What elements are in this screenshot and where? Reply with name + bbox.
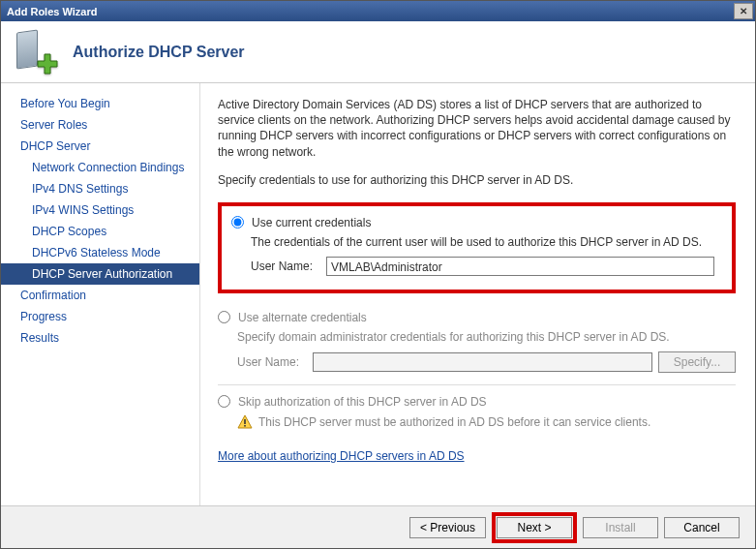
use-alternate-creds-radio[interactable] bbox=[218, 311, 230, 323]
cancel-button[interactable]: Cancel bbox=[664, 517, 740, 538]
window-title: Add Roles Wizard bbox=[7, 6, 97, 17]
use-current-creds-radio[interactable] bbox=[231, 216, 244, 229]
more-about-link[interactable]: More about authorizing DHCP servers in A… bbox=[218, 449, 465, 463]
sidebar-item-ipv4-dns-settings[interactable]: IPv4 DNS Settings bbox=[1, 178, 199, 199]
current-username-label: User Name: bbox=[251, 259, 326, 273]
header: Authorize DHCP Server bbox=[1, 21, 755, 83]
skip-authorization-label: Skip authorization of this DHCP server i… bbox=[238, 395, 487, 409]
instruction-text: Specify credentials to use for authorizi… bbox=[218, 173, 736, 187]
next-button[interactable]: Next > bbox=[497, 517, 572, 538]
sidebar-item-progress[interactable]: Progress bbox=[1, 306, 199, 327]
svg-rect-0 bbox=[244, 419, 246, 424]
current-username-field: VMLAB\Administrator bbox=[326, 257, 714, 276]
sidebar-nav: Before You BeginServer RolesDHCP ServerN… bbox=[1, 83, 200, 505]
use-current-creds-label: Use current credentials bbox=[252, 216, 371, 229]
skip-authorization-radio[interactable] bbox=[218, 395, 230, 408]
current-creds-highlight: Use current credentials The credentials … bbox=[218, 202, 736, 293]
current-creds-desc: The credentials of the current user will… bbox=[251, 235, 720, 249]
footer: < Previous Next > Install Cancel bbox=[1, 505, 755, 548]
sidebar-item-dhcp-scopes[interactable]: DHCP Scopes bbox=[1, 221, 199, 242]
titlebar: Add Roles Wizard ✕ bbox=[1, 1, 755, 21]
alternate-creds-desc: Specify domain administrator credentials… bbox=[237, 330, 736, 344]
page-title: Authorize DHCP Server bbox=[73, 44, 245, 61]
svg-rect-1 bbox=[244, 425, 246, 427]
sidebar-item-ipv4-wins-settings[interactable]: IPv4 WINS Settings bbox=[1, 199, 199, 221]
warning-icon bbox=[237, 414, 253, 430]
sidebar-item-network-connection-bindings[interactable]: Network Connection Bindings bbox=[1, 157, 199, 178]
install-button[interactable]: Install bbox=[583, 517, 658, 538]
use-alternate-creds-label: Use alternate credentials bbox=[238, 311, 367, 324]
next-highlight: Next > bbox=[492, 512, 577, 543]
sidebar-item-before-you-begin[interactable]: Before You Begin bbox=[1, 93, 199, 114]
sidebar-item-dhcp-server-authorization[interactable]: DHCP Server Authorization bbox=[1, 263, 199, 285]
intro-text: Active Directory Domain Services (AD DS)… bbox=[218, 97, 736, 160]
content-pane: Active Directory Domain Services (AD DS)… bbox=[200, 83, 755, 505]
wizard-window: Add Roles Wizard ✕ Authorize DHCP Server… bbox=[0, 0, 756, 549]
server-icon bbox=[13, 29, 59, 76]
alternate-username-label: User Name: bbox=[237, 355, 313, 369]
sidebar-item-dhcpv6-stateless-mode[interactable]: DHCPv6 Stateless Mode bbox=[1, 242, 199, 263]
sidebar-item-confirmation[interactable]: Confirmation bbox=[1, 285, 199, 306]
previous-button[interactable]: < Previous bbox=[409, 517, 486, 538]
sidebar-item-server-roles[interactable]: Server Roles bbox=[1, 114, 199, 136]
sidebar-item-dhcp-server[interactable]: DHCP Server bbox=[1, 136, 199, 157]
sidebar-item-results[interactable]: Results bbox=[1, 327, 199, 349]
warning-text: This DHCP server must be authorized in A… bbox=[258, 415, 650, 429]
specify-button[interactable]: Specify... bbox=[658, 351, 736, 373]
close-button[interactable]: ✕ bbox=[734, 3, 753, 19]
alternate-username-field bbox=[313, 352, 652, 372]
